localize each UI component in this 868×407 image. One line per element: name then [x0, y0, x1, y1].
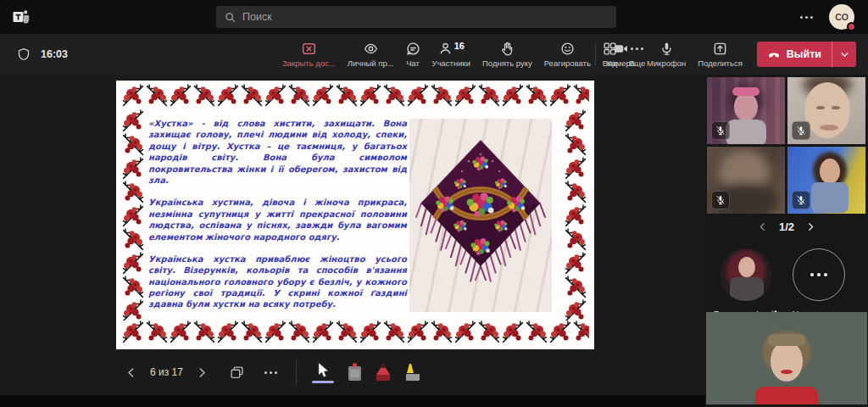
embroidery-motif	[169, 84, 192, 108]
embroidery-motif	[477, 84, 501, 108]
participant-avatar[interactable]	[720, 248, 772, 301]
chat-label: Чат	[406, 59, 420, 68]
laser-pointer-tool[interactable]	[348, 366, 361, 383]
raise-hand-button[interactable]: Поднять руку	[476, 34, 538, 75]
embroidery-motif	[192, 321, 216, 344]
presentation-slide: «Хустка» - від слова хистити, захищати. …	[116, 81, 594, 349]
smiley-icon	[560, 42, 575, 56]
embroidery-motif	[169, 321, 192, 344]
presenter-bar-divider	[296, 360, 297, 384]
participant-video-tile[interactable]	[787, 147, 865, 214]
face	[771, 341, 803, 382]
embroidery-motif	[359, 84, 382, 108]
embroidery-motif	[240, 321, 264, 344]
embroidery-motif	[382, 84, 406, 108]
scarf-photo	[409, 119, 552, 312]
embroidery-motif	[564, 181, 587, 204]
embroidery-motif	[572, 321, 589, 344]
embroidery-motif	[382, 321, 406, 344]
embroidery-motif	[121, 276, 145, 299]
camera-icon	[614, 42, 628, 56]
presenter-video-tile[interactable]	[706, 312, 867, 404]
slides-panel-icon	[230, 365, 244, 380]
close-share-button[interactable]: Закрыть дос...	[276, 34, 342, 75]
eraser-icon	[435, 365, 448, 381]
mic-off-icon	[796, 125, 806, 136]
pen-tool[interactable]	[376, 364, 391, 383]
highlighter-tool[interactable]	[405, 364, 420, 383]
muted-badge	[792, 191, 810, 209]
leave-options-button[interactable]	[832, 42, 856, 67]
search-input[interactable]	[242, 11, 608, 23]
embroidery-motif	[525, 84, 548, 108]
close-share-icon	[302, 42, 316, 56]
embroidery-motif	[572, 84, 589, 108]
embroidery-motif	[121, 133, 145, 157]
previous-slide-button[interactable]	[119, 362, 143, 383]
embroidery-motif	[121, 321, 145, 344]
embroidery-motif	[335, 321, 359, 344]
face	[820, 159, 840, 184]
red-lips	[781, 370, 793, 374]
private-view-button[interactable]: Личный пр...	[342, 34, 400, 75]
embroidery-motif	[501, 321, 525, 344]
embroidery-motif	[359, 321, 382, 344]
share-icon	[713, 42, 727, 56]
embroidery-motif	[453, 321, 477, 344]
presence-busy-dot	[847, 22, 856, 31]
embroidery-border-top	[121, 84, 589, 109]
camera-button[interactable]: Камера	[601, 34, 641, 75]
embroidery-motif	[145, 84, 169, 108]
cursor-tool-selected[interactable]	[312, 362, 334, 383]
eraser-tool[interactable]	[435, 365, 448, 383]
chevron-right-icon[interactable]	[806, 222, 815, 231]
embroidery-motif	[287, 84, 311, 108]
participant-video-tile[interactable]	[707, 147, 785, 214]
embroidery-motif	[240, 84, 264, 108]
search-box[interactable]	[216, 6, 616, 28]
titlebar-more-button[interactable]	[797, 10, 815, 24]
account-avatar[interactable]: CO	[829, 4, 854, 30]
embroidery-motif	[548, 84, 572, 108]
microphone-icon	[659, 42, 674, 56]
presenter-more-button[interactable]	[258, 366, 284, 379]
microphone-label: Микрофон	[647, 59, 686, 68]
embroidery-motif	[311, 321, 335, 344]
slide-page-indicator: 6 из 17	[150, 366, 183, 378]
embroidery-motif	[501, 84, 525, 108]
react-button[interactable]: Реагировать	[538, 34, 597, 75]
embroidery-motif	[121, 204, 145, 228]
meeting-timer: 16:03	[41, 48, 68, 60]
microphone-button[interactable]: Микрофон	[641, 34, 692, 75]
embroidery-motif	[564, 204, 587, 228]
chevron-left-icon[interactable]	[758, 222, 767, 231]
slide-thumbnails-button[interactable]	[223, 360, 251, 385]
presenter-control-bar: 6 из 17	[119, 353, 448, 392]
more-icon	[810, 273, 827, 276]
muted-badge	[711, 191, 730, 209]
close-share-label: Закрыть дос...	[282, 59, 336, 68]
participants-button[interactable]: 16 Участники	[426, 34, 476, 75]
leave-button[interactable]: Выйти	[757, 47, 832, 61]
embroidery-motif	[216, 321, 240, 344]
participant-video-tile[interactable]	[787, 77, 865, 144]
see-all-button[interactable]	[793, 248, 845, 301]
embroidery-border-bottom	[121, 321, 589, 346]
chat-button[interactable]: Чат	[400, 34, 426, 75]
eye-icon	[364, 42, 378, 56]
selected-tool-underline	[312, 381, 334, 383]
highlighter-icon	[405, 364, 420, 381]
share-button[interactable]: Поделиться	[692, 34, 748, 75]
embroidery-motif	[548, 321, 572, 344]
security-shield-icon	[17, 47, 31, 61]
slide-paragraph: Українська хустка приваблює жіноцтво усь…	[148, 254, 407, 310]
next-slide-button[interactable]	[190, 362, 214, 383]
embroidery-motif	[121, 109, 145, 133]
embroidery-motif	[564, 157, 587, 181]
embroidery-border-left	[121, 109, 147, 321]
meeting-toolbar: 16:03 Закрыть дос... Личный пр... Чат 16…	[0, 34, 868, 75]
red-top	[755, 387, 818, 404]
participant-video-tile[interactable]	[707, 77, 785, 144]
patterned-top	[730, 277, 764, 301]
teams-logo-icon	[12, 8, 31, 26]
